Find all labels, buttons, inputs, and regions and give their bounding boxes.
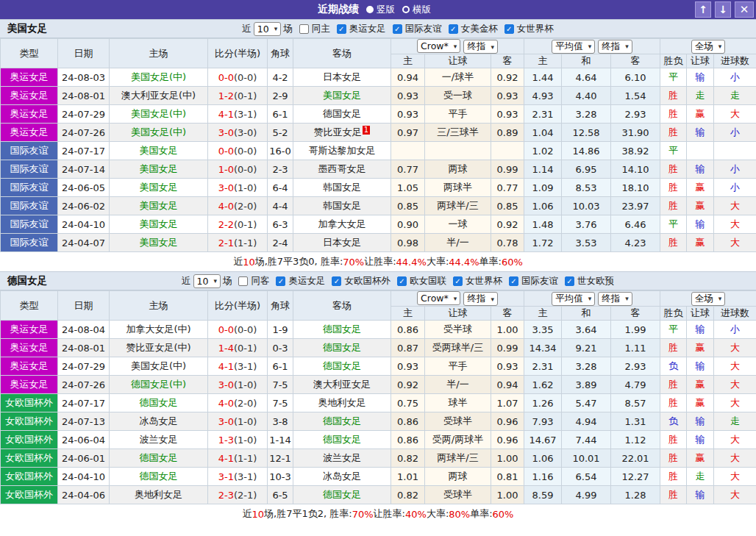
home-team-cell: 奥地利女足: [110, 486, 208, 504]
odds-away-cell: 0.81: [491, 468, 524, 486]
odds-stage-select[interactable]: 终指▾: [463, 40, 498, 54]
match-count-select[interactable]: 10▾: [254, 22, 281, 36]
summary-segment: 10: [252, 509, 265, 520]
avg-stage-select-value: 终指: [602, 40, 620, 53]
half-time-score: (0-0): [234, 146, 257, 157]
avg-stage-select[interactable]: 终指▾: [598, 292, 632, 306]
score-cell: 1-0(0-0): [208, 160, 268, 179]
avg-away-cell: 6.46: [611, 215, 660, 234]
half-time-score: (0-0): [234, 324, 257, 335]
layout-option-horizontal[interactable]: 横版: [402, 4, 431, 16]
half-time-score: (0-1): [234, 219, 257, 230]
away-team-name: 日本女足: [323, 237, 361, 248]
summary-segment: 大率:: [427, 255, 449, 268]
goals-result-cell: 大: [714, 234, 756, 252]
handicap-result-cell: 输: [687, 124, 714, 142]
checkbox-checked-icon[interactable]: ✓: [509, 276, 518, 286]
home-team-name: 美国女足(中): [131, 108, 186, 119]
odds-away-cell: 0.94: [491, 376, 524, 394]
avg-draw-cell: 4.99: [562, 486, 611, 504]
layout-option-label: 竖版: [377, 4, 395, 16]
checkbox-checked-icon[interactable]: ✓: [337, 24, 346, 34]
avg-home-cell: 8.59: [524, 486, 562, 504]
away-team-name: 德国女足: [323, 489, 361, 500]
result-cell: 胜: [660, 394, 687, 412]
competition-label: 女世界杯: [517, 23, 554, 35]
checkbox-checked-icon[interactable]: ✓: [504, 24, 514, 34]
goals-result-cell: 小: [714, 124, 756, 142]
full-time-score: 4-1: [218, 109, 234, 120]
goals-result-cell: 大: [714, 468, 756, 486]
column-header: 日期: [58, 39, 110, 68]
goals-result-cell: 大: [714, 376, 756, 394]
handicap-line-cell: 平手: [425, 357, 491, 376]
sub-column-header: 主: [391, 54, 425, 68]
date-cell: 24-06-04: [58, 431, 110, 449]
avg-away-cell: 2.93: [611, 105, 660, 124]
home-team-name: 德国女足: [140, 397, 178, 408]
half-time-score: (0-0): [234, 72, 257, 83]
match-row: 女欧国杯外24-04-10德国女足3-1(3-1)10-3冰岛女足1.01两球0…: [1, 468, 756, 486]
filters: 近10▾场同主✓奥运女足✓国际友谊✓女美金杯✓女世界杯: [47, 22, 749, 36]
score-cell: 2-1(1-1): [208, 234, 268, 252]
corner-cell: 3-8: [268, 412, 293, 431]
sub-column-header: 进球数: [714, 54, 756, 68]
summary-segment: 近: [243, 507, 252, 521]
away-team-name: 奥地利女足: [318, 397, 366, 408]
chevron-down-icon: ▾: [718, 43, 722, 50]
checkbox-unchecked-icon[interactable]: [238, 276, 248, 286]
scroll-up-button[interactable]: ↑: [695, 1, 711, 18]
corner-cell: 1-9: [268, 321, 293, 339]
avg-away-cell: 1.31: [611, 412, 660, 431]
corner-cell: 5-2: [268, 124, 293, 142]
column-header: 比分(半场): [208, 291, 268, 321]
avg-stage-select[interactable]: 终指▾: [598, 40, 632, 54]
odds-home-cell: 0.75: [391, 394, 425, 412]
result-cell: 胜: [660, 179, 687, 197]
checkbox-checked-icon[interactable]: ✓: [276, 276, 285, 286]
odds-away-cell: 1.00: [491, 449, 524, 468]
match-count-select[interactable]: 10▾: [193, 274, 221, 288]
avg-home-cell: 1.06: [524, 197, 562, 215]
scroll-down-button[interactable]: ↓: [715, 1, 731, 18]
odds-stage-select[interactable]: 终指▾: [463, 292, 498, 306]
handicap-result-cell: 输: [687, 431, 714, 449]
checkbox-checked-icon[interactable]: ✓: [449, 24, 458, 34]
home-team-name: 美国女足: [140, 200, 178, 211]
half-time-score: (3-1): [234, 471, 257, 482]
checkbox-unchecked-icon[interactable]: [299, 24, 309, 34]
odds-source-select[interactable]: Crow*▾: [417, 39, 460, 53]
competition-label: 世女欧预: [577, 275, 614, 287]
handicap-result-cell: [687, 142, 714, 160]
half-time-score: (1-0): [234, 435, 257, 446]
checkbox-checked-icon[interactable]: ✓: [393, 24, 402, 34]
close-button[interactable]: ✕: [735, 1, 754, 18]
summary-segment: 60%: [502, 257, 523, 268]
competition-label: 欧女国联: [410, 275, 446, 287]
result-scope-select[interactable]: 全场▾: [691, 292, 726, 306]
layout-option-vertical[interactable]: 竖版: [366, 4, 395, 16]
away-team-name: 德国女足: [323, 108, 361, 119]
checkbox-checked-icon[interactable]: ✓: [332, 276, 341, 286]
checkbox-checked-icon[interactable]: ✓: [565, 276, 574, 286]
same-venue-label: 同主: [312, 23, 330, 35]
window-buttons: ↑ ↓ ✕: [695, 1, 754, 18]
checkbox-checked-icon[interactable]: ✓: [397, 276, 407, 286]
avg-source-select[interactable]: 平均值▾: [552, 292, 595, 306]
column-header: 比分(半场): [208, 39, 268, 68]
column-header: 类型: [1, 39, 58, 68]
odds-source-select[interactable]: Crow*▾: [417, 291, 460, 305]
corner-cell: 7-5: [268, 376, 293, 394]
handicap-line-cell: 半/一: [425, 376, 491, 394]
away-team-name: 美国女足: [323, 90, 361, 101]
away-team-cell: 日本女足: [293, 68, 391, 87]
full-time-score: 1-0: [218, 164, 234, 175]
odds-away-cell: [491, 142, 524, 160]
column-header: 主场: [110, 39, 208, 68]
avg-source-select[interactable]: 平均值▾: [552, 40, 595, 54]
checkbox-checked-icon[interactable]: ✓: [453, 276, 463, 286]
away-team-cell: 德国女足: [293, 486, 391, 504]
avg-away-cell: 1.28: [611, 486, 660, 504]
home-team-name: 美国女足: [140, 182, 178, 193]
result-scope-select[interactable]: 全场▾: [691, 40, 726, 54]
